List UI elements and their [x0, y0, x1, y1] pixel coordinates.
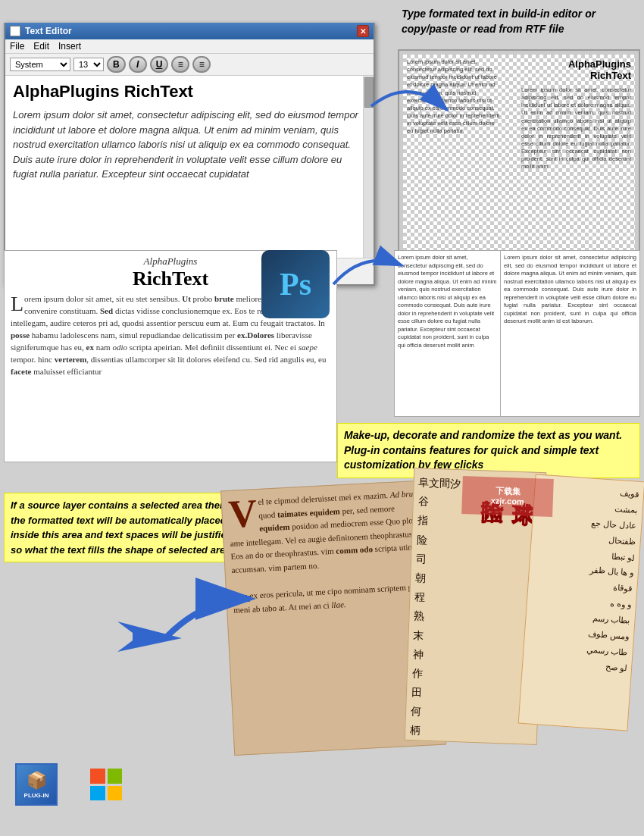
- svg-marker-3: [117, 622, 182, 652]
- editor-content-area[interactable]: AlphaPlugins RichText Lorem ipsum dolor …: [5, 76, 374, 258]
- ps-canvas-inner: AlphaPlugins RichText Lorem ipsum dolor …: [403, 55, 635, 256]
- ps-logo: Ps: [261, 250, 330, 318]
- left-column: Lorem ipsum dolor sit amet, consectetur …: [395, 251, 501, 416]
- editor-toolbar: System 13 B I U ≡ ≡: [5, 54, 374, 76]
- ps-title-line2: RichText: [517, 70, 631, 81]
- editor-titlebar: Text Editor ✕: [5, 23, 374, 39]
- plugin-icon-symbol: 📦: [27, 771, 47, 791]
- bold-button[interactable]: B: [107, 56, 126, 73]
- ps-title-area: AlphaPlugins RichText: [517, 58, 631, 81]
- windows-icon: [88, 766, 124, 803]
- scrollbar-thumb: [364, 77, 374, 108]
- align-right-button[interactable]: ≡: [192, 56, 211, 73]
- plugin-icon: 📦 PLUG-IN: [15, 763, 58, 806]
- ps-title-line1: AlphaPlugins: [517, 58, 631, 70]
- italic-button[interactable]: I: [129, 56, 147, 73]
- right-column: Lorem ipsum dolor sit amet, consectetur …: [501, 251, 639, 416]
- menu-edit[interactable]: Edit: [33, 41, 49, 52]
- platform-icons: 📦 PLUG-IN: [15, 763, 124, 806]
- menu-insert[interactable]: Insert: [58, 41, 81, 52]
- watermark-text: 下载集xzjr.com: [491, 486, 525, 507]
- win-blue: [90, 786, 105, 801]
- editor-content-title: AlphaPlugins RichText: [13, 82, 366, 102]
- win-green: [108, 769, 123, 784]
- menu-file[interactable]: File: [10, 41, 24, 52]
- underline-button[interactable]: U: [150, 56, 169, 73]
- font-select[interactable]: System: [10, 58, 70, 71]
- large-L-letter: L: [11, 293, 23, 315]
- right-text-columns: Lorem ipsum dolor sit amet, consectetur …: [394, 250, 640, 417]
- editor-title-area: Text Editor: [10, 26, 72, 36]
- editor-scrollbar[interactable]: [363, 76, 374, 258]
- left-description: If a source layer contains a selected ar…: [4, 493, 246, 562]
- win-yellow: [108, 786, 123, 801]
- close-button[interactable]: ✕: [357, 25, 369, 37]
- plugin-label: PLUG-IN: [24, 792, 49, 799]
- ps-right-lorem: Lorem ipsum dolor sit amet, consectetur …: [521, 86, 631, 171]
- ps-canvas: AlphaPlugins RichText Lorem ipsum dolor …: [398, 49, 640, 261]
- watermark-overlay: 下载集xzjr.com: [461, 476, 554, 517]
- editor-menubar: File Edit Insert: [5, 39, 374, 54]
- alphaplugins-label: AlphaPlugins: [144, 255, 198, 267]
- text-editor-window: Text Editor ✕ File Edit Insert System 13…: [4, 23, 375, 286]
- editor-title-label: Text Editor: [25, 26, 72, 36]
- align-left-button[interactable]: ≡: [171, 56, 189, 73]
- editor-content-body: Lorem ipsum dolor sit amet, consectetur …: [13, 108, 366, 182]
- editor-title-icon: [10, 26, 20, 36]
- win-red: [90, 769, 105, 784]
- top-right-description: Type formated text in build-in editor or…: [402, 6, 636, 37]
- latin-text: V el te cipmod deleruisset mei ex mazim.…: [221, 481, 439, 624]
- size-select[interactable]: 13: [73, 58, 104, 71]
- ps-left-text: Lorem ipsum dolor sit amet, consectetur …: [407, 58, 502, 135]
